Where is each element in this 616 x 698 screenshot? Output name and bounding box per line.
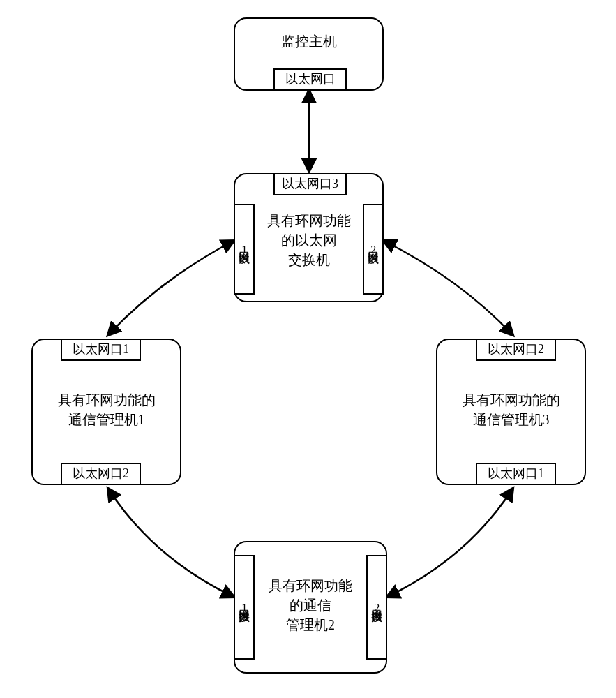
- switch-port-2-label: 以太网口2: [367, 244, 380, 255]
- switch-title-l1: 具有环网功能: [267, 213, 351, 228]
- mgr2-title-l1: 具有环网功能: [269, 578, 352, 593]
- host-port-ethernet: 以太网口: [273, 68, 347, 91]
- mgr2-title-l2: 的通信: [290, 597, 331, 613]
- switch-port-1-label: 以太网口1: [238, 244, 250, 255]
- mgr2-port-1: 以太网接口1: [234, 555, 255, 660]
- node-switch: 以太网口3 以太网口1 以太网口2 具有环网功能 的以太网 交换机: [234, 173, 384, 302]
- mgr3-port-1: 以太网口1: [476, 463, 556, 485]
- host-port-label: 以太网口: [285, 73, 336, 87]
- mgr3-port-2: 以太网口2: [476, 339, 556, 361]
- mgr1-port-2: 以太网口2: [61, 463, 141, 485]
- node-mgr3: 以太网口2 具有环网功能的 通信管理机3 以太网口1: [436, 339, 586, 485]
- mgr3-title-l1: 具有环网功能的: [463, 392, 560, 408]
- node-mgr2: 以太网接口1 以太网接口2 具有环网功能 的通信 管理机2: [234, 541, 387, 674]
- mgr3-title-l2: 通信管理机3: [473, 412, 550, 427]
- switch-title-l3: 交换机: [288, 252, 330, 267]
- mgr1-port-2-label: 以太网口2: [73, 467, 129, 481]
- mgr1-title-l2: 通信管理机1: [68, 412, 145, 427]
- switch-port-2: 以太网口2: [363, 204, 384, 295]
- switch-port-1: 以太网口1: [234, 204, 255, 295]
- switch-port-3-label: 以太网口3: [282, 177, 338, 191]
- mgr1-title-l1: 具有环网功能的: [58, 392, 156, 408]
- mgr1-port-1: 以太网口1: [61, 339, 141, 361]
- switch-title: 具有环网功能 的以太网 交换机: [263, 211, 354, 269]
- mgr2-title: 具有环网功能 的通信 管理机2: [263, 576, 358, 634]
- mgr3-title: 具有环网功能的 通信管理机3: [444, 390, 578, 429]
- node-host: 监控主机 以太网口: [234, 17, 384, 91]
- switch-port-3: 以太网口3: [273, 173, 347, 195]
- mgr3-port-2-label: 以太网口2: [488, 343, 544, 357]
- switch-title-l2: 的以太网: [281, 232, 337, 248]
- mgr2-port-2: 以太网接口2: [366, 555, 387, 660]
- mgr2-title-l3: 管理机2: [286, 617, 335, 632]
- mgr1-title: 具有环网功能的 通信管理机1: [40, 390, 173, 429]
- mgr3-port-1-label: 以太网口1: [488, 467, 544, 481]
- node-mgr1: 以太网口1 具有环网功能的 通信管理机1 以太网口2: [31, 339, 181, 485]
- mgr2-port-2-label: 以太网接口2: [370, 602, 383, 614]
- mgr1-port-1-label: 以太网口1: [73, 343, 129, 357]
- mgr2-port-1-label: 以太网接口1: [238, 602, 250, 614]
- host-title: 监控主机: [235, 31, 382, 51]
- host-title-text: 监控主机: [281, 34, 337, 49]
